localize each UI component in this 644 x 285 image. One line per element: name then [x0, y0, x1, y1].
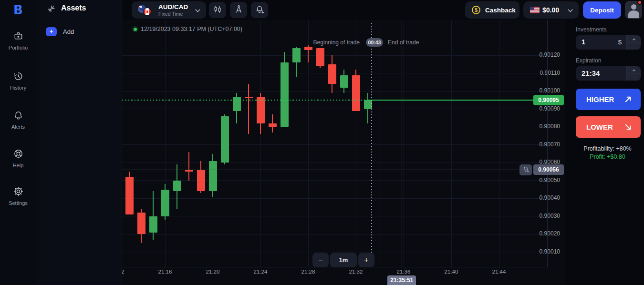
candlestick-icon [213, 4, 223, 16]
trading-app: B Portfolio History Alerts Help [0, 0, 644, 285]
zoom-bar: − 1m + [312, 253, 374, 267]
lifebuoy-icon [13, 153, 24, 161]
x-axis-label: 21:32 [344, 269, 368, 275]
sidebar-item-label: Alerts [0, 124, 36, 130]
sidebar-item-help[interactable]: Help [0, 148, 36, 168]
balance-value: $0.00 [542, 6, 559, 14]
chart-type-button[interactable] [209, 2, 226, 18]
y-axis-label: 0.90040 [527, 194, 560, 201]
sidebar-item-label: Settings [0, 200, 36, 206]
expiration-value[interactable]: 21:34 [582, 69, 600, 77]
compass-icon [234, 4, 244, 16]
interval-selector[interactable]: 1m [330, 253, 357, 267]
lower-button[interactable]: LOWER [576, 116, 641, 138]
asset-selector[interactable]: AUD/CAD Fixed Time [132, 1, 206, 19]
investments-label: Investments [576, 26, 607, 33]
candle-body [185, 170, 193, 172]
candle-body [149, 216, 157, 233]
h-gridline [122, 144, 547, 145]
investment-stepper: + − [626, 35, 641, 50]
decrease-expiration-button[interactable]: − [627, 73, 641, 81]
candle-body [328, 64, 336, 84]
y-axis-label: 0.90020 [527, 230, 560, 237]
v-gridline [404, 20, 404, 267]
create-alert-button[interactable] [251, 2, 268, 18]
cad-flag-icon [143, 8, 151, 16]
currency-symbol: $ [618, 39, 622, 46]
alert-bell-button[interactable] [519, 164, 532, 175]
profitability-text: Profitability: +80% [571, 145, 644, 152]
sidebar-item-history[interactable]: History [0, 71, 36, 91]
increase-expiration-button[interactable]: + [627, 66, 641, 73]
alert-price-line [122, 170, 519, 170]
v-gridline [213, 20, 213, 267]
candle-body [340, 75, 348, 88]
y-axis-label: 0.90090 [527, 105, 560, 112]
h-gridline [122, 180, 547, 181]
candle-body [233, 97, 241, 111]
alarm-plus-icon [255, 4, 265, 16]
lower-label: LOWER [586, 123, 613, 131]
chart-timestamp: 12/19/2023 09:33:17 PM (UTC+07:00) [141, 26, 242, 32]
candle-body [280, 62, 289, 127]
briefcase-icon [13, 35, 24, 43]
history-icon [13, 75, 24, 83]
add-asset-button[interactable]: + [46, 27, 57, 36]
assets-panel: Assets + Add [36, 0, 122, 285]
y-axis-label: 0.90100 [527, 87, 560, 94]
app-logo-icon[interactable]: B [0, 3, 36, 17]
candle-body [292, 48, 301, 62]
v-gridline [499, 20, 499, 267]
plot-border [547, 20, 548, 267]
zoom-out-button[interactable]: − [312, 253, 329, 267]
x-axis-label: 21:24 [249, 269, 272, 275]
investment-value[interactable]: 1 [582, 38, 585, 46]
h-gridline [122, 55, 547, 56]
candle-body [221, 116, 229, 163]
usd-flag-icon [530, 7, 540, 13]
chevron-down-icon [195, 6, 200, 14]
alert-price-tag: 0.90056 [533, 164, 564, 175]
sidebar-item-alerts[interactable]: Alerts [0, 110, 36, 130]
add-asset-label[interactable]: Add [63, 28, 74, 35]
y-axis-label: 0.90030 [527, 213, 560, 219]
v-gridline [165, 20, 166, 267]
y-axis-label: 0.90110 [527, 70, 560, 76]
cashback-label: Cashback [485, 7, 516, 14]
collapse-panel-icon[interactable] [47, 4, 56, 15]
candle-body [352, 75, 360, 111]
h-gridline [122, 109, 547, 109]
price-line-solid [368, 100, 535, 101]
expiration-input[interactable]: 21:34 + − [576, 66, 641, 81]
x-axis-label: 2 [122, 269, 128, 275]
sidebar-item-label: Help [0, 163, 36, 168]
increase-investment-button[interactable]: + [627, 35, 641, 42]
user-silhouette-icon [631, 4, 636, 10]
investment-input[interactable]: 1 $ + − [576, 35, 641, 50]
y-axis-label: 0.90050 [527, 177, 560, 183]
h-gridline [122, 91, 547, 92]
current-price-tag: 0.90095 [533, 95, 564, 105]
drawing-tools-button[interactable] [230, 2, 247, 18]
sidebar-item-portfolio[interactable]: Portfolio [0, 31, 36, 51]
cashback-button[interactable]: $ Cashback [465, 1, 519, 19]
trade-end-line [402, 20, 402, 267]
candle-body [269, 123, 277, 127]
candle-body [245, 97, 253, 99]
bell-icon [13, 114, 24, 122]
expiration-label: Expiration [576, 57, 601, 64]
chart-plot[interactable]: 0.901200.901100.901000.900900.900800.900… [122, 20, 565, 285]
price-line-dotted [122, 100, 368, 101]
candle-body [209, 161, 217, 192]
zoom-in-button[interactable]: + [358, 253, 374, 267]
h-gridline [122, 127, 547, 127]
higher-button[interactable]: HIGHER [576, 89, 641, 110]
balance-selector[interactable]: $0.00 [523, 1, 579, 19]
sidebar-item-label: History [0, 85, 36, 91]
v-gridline [260, 20, 261, 267]
sidebar-item-settings[interactable]: Settings [0, 186, 36, 206]
higher-label: HIGHER [586, 95, 614, 103]
decrease-investment-button[interactable]: − [627, 42, 641, 50]
candle-body [304, 47, 312, 51]
deposit-button[interactable]: Deposit [583, 1, 621, 19]
